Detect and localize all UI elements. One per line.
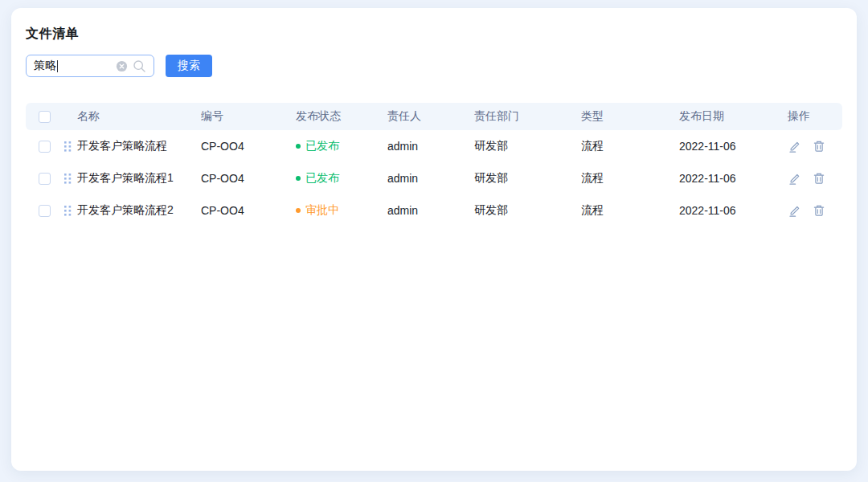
search-icon xyxy=(133,59,146,73)
status-dot-icon xyxy=(296,208,301,213)
col-header-name: 名称 xyxy=(64,103,201,130)
row-checkbox[interactable] xyxy=(39,173,51,185)
drag-handle-icon[interactable] xyxy=(64,174,72,184)
page-title: 文件清单 xyxy=(26,26,842,43)
file-type: 流程 xyxy=(581,194,679,227)
delete-icon[interactable] xyxy=(813,172,825,185)
status-label: 已发布 xyxy=(305,139,339,153)
delete-icon[interactable] xyxy=(813,140,825,153)
file-type: 流程 xyxy=(581,162,679,194)
edit-icon[interactable] xyxy=(788,204,800,217)
file-name: 开发客户策略流程 xyxy=(77,139,167,153)
file-owner: admin xyxy=(387,194,474,227)
col-header-actions: 操作 xyxy=(788,103,842,130)
drag-handle-icon[interactable] xyxy=(64,141,72,152)
file-owner: admin xyxy=(387,130,474,162)
edit-icon[interactable] xyxy=(788,172,800,185)
search-input[interactable]: 策略 xyxy=(26,55,154,77)
status-badge: 已发布 xyxy=(296,171,387,186)
table-row: 开发客户策略流程1 CP-OO4 已发布 admin 研发部 流程 2022-1… xyxy=(26,162,842,194)
status-label: 审批中 xyxy=(305,203,339,218)
delete-icon[interactable] xyxy=(813,204,825,217)
file-code: CP-OO4 xyxy=(201,194,296,227)
file-department: 研发部 xyxy=(474,130,581,162)
status-badge: 已发布 xyxy=(296,139,387,153)
status-dot-icon xyxy=(296,144,301,149)
drag-handle-icon[interactable] xyxy=(64,206,72,216)
table-row: 开发客户策略流程 CP-OO4 已发布 admin 研发部 流程 2022-11… xyxy=(26,130,842,162)
select-all-checkbox[interactable] xyxy=(39,111,51,123)
file-table: 名称 编号 发布状态 责任人 责任部门 类型 发布日期 操作 xyxy=(26,103,842,227)
file-department: 研发部 xyxy=(474,162,581,194)
file-date: 2022-11-06 xyxy=(679,194,788,227)
status-badge: 审批中 xyxy=(296,203,387,218)
edit-icon[interactable] xyxy=(788,140,800,153)
row-checkbox[interactable] xyxy=(39,141,51,153)
table-row: 开发客户策略流程2 CP-OO4 审批中 admin 研发部 流程 2022-1… xyxy=(26,194,842,227)
file-date: 2022-11-06 xyxy=(679,162,788,194)
file-date: 2022-11-06 xyxy=(679,130,788,162)
text-caret xyxy=(57,60,58,72)
file-name: 开发客户策略流程1 xyxy=(77,171,174,186)
clear-input-icon[interactable] xyxy=(116,60,128,72)
col-header-code: 编号 xyxy=(201,103,296,130)
search-input-value: 策略 xyxy=(34,59,56,73)
search-row: 策略 搜索 xyxy=(26,55,842,77)
file-code: CP-OO4 xyxy=(201,162,296,194)
col-header-status: 发布状态 xyxy=(296,103,387,130)
status-label: 已发布 xyxy=(305,171,339,186)
col-header-department: 责任部门 xyxy=(474,103,581,130)
search-button[interactable]: 搜索 xyxy=(166,55,212,77)
file-list-card: 文件清单 策略 搜索 xyxy=(11,8,857,471)
col-header-type: 类型 xyxy=(581,103,679,130)
status-dot-icon xyxy=(296,176,301,181)
col-header-date: 发布日期 xyxy=(679,103,788,130)
file-department: 研发部 xyxy=(474,194,581,227)
row-checkbox[interactable] xyxy=(39,205,51,217)
file-owner: admin xyxy=(387,162,474,194)
table-header-row: 名称 编号 发布状态 责任人 责任部门 类型 发布日期 操作 xyxy=(26,103,842,130)
file-name: 开发客户策略流程2 xyxy=(77,203,174,218)
col-header-owner: 责任人 xyxy=(387,103,474,130)
file-code: CP-OO4 xyxy=(201,130,296,162)
file-type: 流程 xyxy=(581,130,679,162)
